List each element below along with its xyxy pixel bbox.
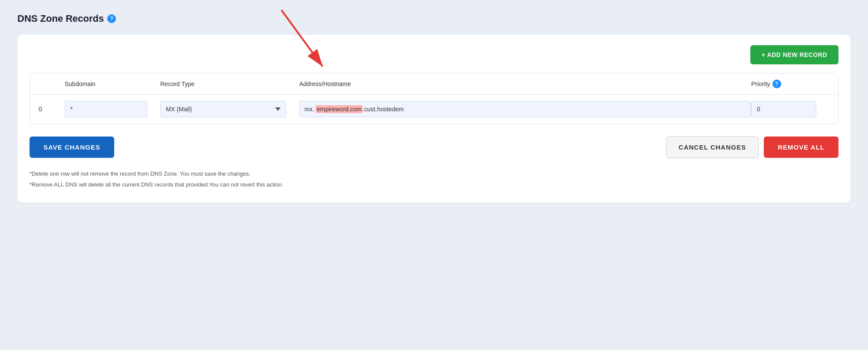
subdomain-input[interactable]	[65, 101, 147, 117]
priority-input[interactable]	[751, 101, 816, 117]
title-text: DNS Zone Records	[17, 13, 104, 24]
dns-table: Subdomain Record Type Address/Hostname P…	[30, 73, 838, 124]
save-changes-button[interactable]: SAVE CHANGES	[30, 137, 114, 158]
main-card: + ADD NEW RECORD Subdomain Record Type A…	[17, 35, 851, 203]
page-title: DNS Zone Records ?	[17, 13, 851, 24]
footnotes: *Delete one row will not remove the reco…	[30, 170, 838, 188]
add-record-row: + ADD NEW RECORD	[30, 45, 838, 64]
footnote-1: *Delete one row will not remove the reco…	[30, 170, 838, 177]
help-icon[interactable]: ?	[107, 14, 116, 23]
footnote-2: *Remove ALL DNS will delete all the curr…	[30, 181, 838, 188]
col-recordtype-header: Record Type	[160, 80, 299, 88]
col-index-header	[39, 80, 65, 88]
table-row: 0 MX (Mail) A (Address) AAAA (IPv6) CNAM…	[30, 95, 838, 123]
row-index: 0	[39, 106, 65, 113]
table-header-row: Subdomain Record Type Address/Hostname P…	[30, 73, 838, 95]
priority-help-icon[interactable]: ?	[772, 80, 781, 88]
record-type-select[interactable]: MX (Mail) A (Address) AAAA (IPv6) CNAME …	[160, 101, 286, 117]
address-field-wrapper: mx. empireword.com.cust.hostedem	[299, 101, 751, 117]
col-subdomain-header: Subdomain	[65, 80, 160, 88]
cancel-changes-button[interactable]: CANCEL CHANGES	[666, 136, 759, 158]
add-new-record-button[interactable]: + ADD NEW RECORD	[750, 45, 838, 64]
remove-all-button[interactable]: REMOVE ALL	[764, 137, 838, 158]
actions-row: SAVE CHANGES CANCEL CHANGES REMOVE ALL	[30, 136, 838, 158]
col-address-header: Address/Hostname	[299, 80, 751, 88]
address-input[interactable]	[299, 101, 751, 117]
col-priority-header: Priority ?	[751, 80, 829, 88]
